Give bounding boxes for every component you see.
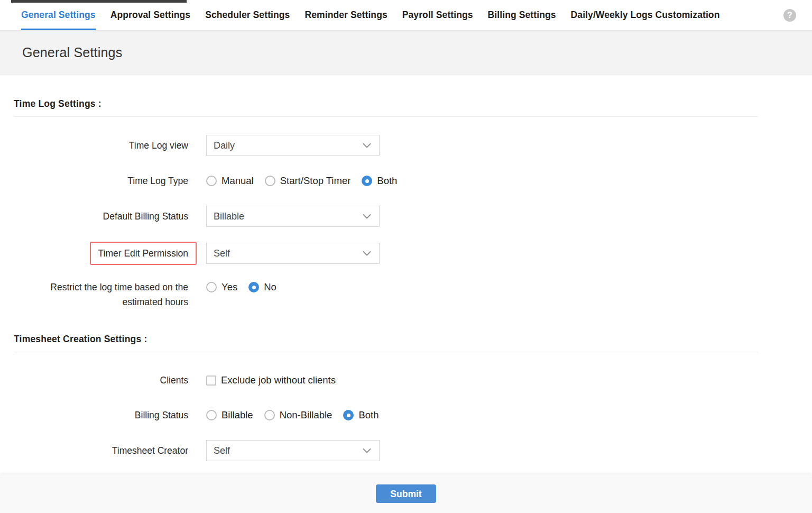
radio-option-both[interactable]: Both — [362, 173, 397, 188]
radio-label: Yes — [222, 281, 237, 293]
tab-approval-settings[interactable]: Approval Settings — [110, 0, 190, 30]
radio-unselected-icon[interactable] — [206, 282, 217, 292]
divider — [14, 116, 758, 117]
radio-label: Start/Stop Timer — [280, 175, 351, 187]
restrict-log-time-radio-group: Yes No — [206, 280, 276, 295]
settings-form: Time Log Settings : Time Log view Daily … — [0, 75, 812, 474]
default-billing-status-value: Billable — [214, 211, 244, 222]
row-clients: Clients Exclude job without clients — [14, 370, 812, 390]
radio-label: Manual — [222, 175, 254, 187]
radio-dot — [252, 286, 256, 289]
section-heading-time-log: Time Log Settings : — [14, 98, 812, 109]
row-time-log-view: Time Log view Daily — [14, 135, 812, 156]
radio-unselected-icon[interactable] — [206, 410, 217, 420]
radio-dot — [365, 179, 369, 183]
radio-option-both[interactable]: Both — [343, 408, 379, 423]
timer-edit-permission-label: Timer Edit Permission — [98, 248, 189, 259]
radio-option-billable[interactable]: Billable — [206, 408, 253, 423]
radio-dot — [347, 414, 350, 417]
billing-status-radio-group: Billable Non-Billable Both — [206, 408, 379, 423]
radio-selected-icon[interactable] — [343, 410, 354, 420]
timesheet-creator-value: Self — [214, 445, 230, 456]
section-heading-timesheet-creation: Timesheet Creation Settings : — [14, 334, 812, 345]
time-log-type-radio-group: Manual Start/Stop Timer Both — [206, 173, 397, 188]
clients-label: Clients — [14, 373, 188, 388]
radio-option-manual[interactable]: Manual — [206, 173, 254, 188]
radio-label: Both — [377, 175, 397, 187]
exclude-job-without-clients-option[interactable]: Exclude job without clients — [206, 373, 336, 388]
radio-label: Both — [358, 409, 379, 421]
restrict-log-time-label: Restrict the log time based on the estim… — [14, 280, 188, 309]
page-header: General Settings — [0, 31, 812, 75]
radio-unselected-icon[interactable] — [265, 176, 275, 186]
page-title: General Settings — [22, 45, 122, 60]
tab-payroll-settings[interactable]: Payroll Settings — [402, 0, 473, 30]
radio-option-start-stop-timer[interactable]: Start/Stop Timer — [265, 173, 351, 188]
radio-selected-icon[interactable] — [248, 282, 259, 292]
settings-page: General Settings Approval Settings Sched… — [0, 0, 812, 513]
chevron-down-icon — [363, 251, 371, 256]
radio-label: No — [264, 281, 276, 293]
chevron-down-icon — [363, 214, 371, 219]
timer-edit-permission-highlight-box: Timer Edit Permission — [90, 242, 197, 265]
row-timesheet-creator: Timesheet Creator Self — [14, 440, 812, 461]
radio-option-yes[interactable]: Yes — [206, 280, 237, 295]
submit-button[interactable]: Submit — [376, 484, 436, 503]
time-log-view-select[interactable]: Daily — [206, 135, 380, 156]
timer-edit-permission-select[interactable]: Self — [206, 243, 380, 264]
radio-label: Non-Billable — [280, 409, 333, 421]
radio-option-non-billable[interactable]: Non-Billable — [264, 408, 333, 423]
checkbox-label: Exclude job without clients — [221, 374, 336, 386]
settings-tab-bar: General Settings Approval Settings Sched… — [0, 0, 812, 31]
section-timesheet-creation-settings: Timesheet Creation Settings : Clients Ex… — [14, 334, 812, 461]
checkbox-unchecked-icon[interactable] — [206, 375, 216, 386]
timesheet-creator-select[interactable]: Self — [206, 440, 380, 461]
time-log-view-label: Time Log view — [14, 138, 188, 153]
radio-label: Billable — [222, 409, 253, 421]
radio-selected-icon[interactable] — [362, 176, 372, 186]
row-restrict-log-time: Restrict the log time based on the estim… — [14, 280, 812, 309]
tab-scheduler-settings[interactable]: Scheduler Settings — [205, 0, 290, 30]
tab-reminder-settings[interactable]: Reminder Settings — [304, 0, 387, 30]
chevron-down-icon — [363, 448, 371, 453]
radio-option-no[interactable]: No — [248, 280, 276, 295]
tab-general-settings[interactable]: General Settings — [21, 0, 96, 30]
row-time-log-type: Time Log Type Manual Start/Stop Timer — [14, 171, 812, 191]
timer-edit-permission-value: Self — [214, 248, 230, 259]
tab-billing-settings[interactable]: Billing Settings — [488, 0, 556, 30]
radio-unselected-icon[interactable] — [264, 410, 275, 420]
row-default-billing-status: Default Billing Status Billable — [14, 206, 812, 227]
cropped-content-artifact — [11, 0, 187, 3]
divider — [14, 352, 758, 352]
default-billing-status-select[interactable]: Billable — [206, 206, 380, 227]
help-icon-container: ? — [783, 0, 812, 30]
row-billing-status: Billing Status Billable Non-Billable — [14, 405, 812, 425]
section-time-log-settings: Time Log Settings : Time Log view Daily … — [14, 98, 812, 309]
radio-unselected-icon[interactable] — [206, 176, 217, 186]
chevron-down-icon — [363, 143, 371, 148]
help-icon[interactable]: ? — [783, 9, 796, 22]
billing-status-label: Billing Status — [14, 408, 188, 423]
timesheet-creator-label: Timesheet Creator — [14, 443, 188, 458]
time-log-type-label: Time Log Type — [14, 173, 188, 188]
row-timer-edit-permission: Timer Edit Permission Self — [14, 242, 812, 265]
default-billing-status-label: Default Billing Status — [14, 209, 188, 224]
tab-daily-weekly-logs-customization[interactable]: Daily/Weekly Logs Customization — [571, 0, 720, 30]
time-log-view-value: Daily — [214, 140, 235, 151]
form-footer: Submit — [0, 474, 812, 513]
